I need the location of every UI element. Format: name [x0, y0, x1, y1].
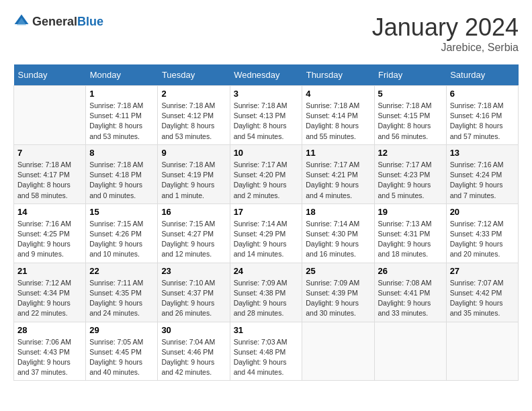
calendar-cell: 12Sunrise: 7:17 AMSunset: 4:23 PMDayligh…	[374, 144, 446, 203]
calendar-header-row: Sunday Monday Tuesday Wednesday Thursday…	[14, 64, 519, 86]
calendar-cell: 2Sunrise: 7:18 AMSunset: 4:12 PMDaylight…	[158, 86, 230, 145]
day-info: Sunrise: 7:06 AMSunset: 4:43 PMDaylight:…	[17, 337, 82, 378]
day-number: 6	[450, 89, 515, 99]
day-info: Sunrise: 7:07 AMSunset: 4:42 PMDaylight:…	[450, 278, 515, 319]
calendar-cell	[14, 86, 86, 145]
col-sunday: Sunday	[14, 64, 86, 86]
day-number: 14	[17, 207, 82, 217]
day-number: 12	[378, 148, 443, 158]
day-number: 3	[234, 89, 299, 99]
col-monday: Monday	[86, 64, 158, 86]
day-number: 22	[89, 266, 154, 276]
day-info: Sunrise: 7:11 AMSunset: 4:35 PMDaylight:…	[89, 278, 154, 319]
calendar-cell	[374, 322, 446, 381]
calendar-cell: 29Sunrise: 7:05 AMSunset: 4:45 PMDayligh…	[86, 322, 158, 381]
calendar-cell: 10Sunrise: 7:17 AMSunset: 4:20 PMDayligh…	[230, 144, 302, 203]
calendar-cell	[446, 322, 518, 381]
calendar-week-2: 7Sunrise: 7:18 AMSunset: 4:17 PMDaylight…	[14, 144, 519, 203]
day-number: 24	[234, 266, 299, 276]
day-info: Sunrise: 7:18 AMSunset: 4:16 PMDaylight:…	[450, 101, 515, 142]
calendar-table: Sunday Monday Tuesday Wednesday Thursday…	[13, 64, 519, 381]
calendar-cell	[302, 322, 374, 381]
day-info: Sunrise: 7:18 AMSunset: 4:17 PMDaylight:…	[17, 160, 82, 201]
day-info: Sunrise: 7:18 AMSunset: 4:13 PMDaylight:…	[234, 101, 299, 142]
calendar-cell: 18Sunrise: 7:14 AMSunset: 4:30 PMDayligh…	[302, 203, 374, 263]
calendar-cell: 5Sunrise: 7:18 AMSunset: 4:15 PMDaylight…	[374, 86, 446, 145]
day-info: Sunrise: 7:18 AMSunset: 4:14 PMDaylight:…	[306, 101, 370, 142]
day-number: 13	[450, 148, 515, 158]
calendar-cell: 23Sunrise: 7:10 AMSunset: 4:37 PMDayligh…	[158, 263, 230, 322]
calendar-week-4: 21Sunrise: 7:12 AMSunset: 4:34 PMDayligh…	[14, 263, 519, 322]
calendar-cell: 6Sunrise: 7:18 AMSunset: 4:16 PMDaylight…	[446, 86, 518, 145]
day-info: Sunrise: 7:18 AMSunset: 4:11 PMDaylight:…	[89, 101, 154, 142]
day-number: 23	[161, 266, 226, 276]
calendar-cell: 13Sunrise: 7:16 AMSunset: 4:24 PMDayligh…	[446, 144, 518, 203]
day-info: Sunrise: 7:12 AMSunset: 4:33 PMDaylight:…	[450, 219, 515, 260]
calendar-cell: 11Sunrise: 7:17 AMSunset: 4:21 PMDayligh…	[302, 144, 374, 203]
day-info: Sunrise: 7:18 AMSunset: 4:15 PMDaylight:…	[378, 101, 443, 142]
calendar-cell: 16Sunrise: 7:15 AMSunset: 4:27 PMDayligh…	[158, 203, 230, 263]
day-info: Sunrise: 7:14 AMSunset: 4:29 PMDaylight:…	[234, 219, 299, 260]
day-info: Sunrise: 7:03 AMSunset: 4:48 PMDaylight:…	[234, 337, 299, 378]
day-number: 28	[17, 325, 82, 335]
day-number: 15	[89, 207, 154, 217]
day-info: Sunrise: 7:15 AMSunset: 4:27 PMDaylight:…	[161, 219, 226, 260]
day-number: 18	[306, 207, 370, 217]
col-tuesday: Tuesday	[158, 64, 230, 86]
day-number: 2	[161, 89, 226, 99]
logo-icon	[13, 13, 30, 30]
calendar-cell: 22Sunrise: 7:11 AMSunset: 4:35 PMDayligh…	[86, 263, 158, 322]
day-info: Sunrise: 7:05 AMSunset: 4:45 PMDaylight:…	[89, 337, 154, 378]
title-area: January 2024 Jarebice, Serbia	[372, 13, 519, 54]
calendar-week-5: 28Sunrise: 7:06 AMSunset: 4:43 PMDayligh…	[14, 322, 519, 381]
day-info: Sunrise: 7:18 AMSunset: 4:19 PMDaylight:…	[161, 160, 226, 201]
day-info: Sunrise: 7:08 AMSunset: 4:41 PMDaylight:…	[378, 278, 443, 319]
day-number: 17	[234, 207, 299, 217]
day-info: Sunrise: 7:04 AMSunset: 4:46 PMDaylight:…	[161, 337, 226, 378]
calendar-cell: 27Sunrise: 7:07 AMSunset: 4:42 PMDayligh…	[446, 263, 518, 322]
day-info: Sunrise: 7:12 AMSunset: 4:34 PMDaylight:…	[17, 278, 82, 319]
day-info: Sunrise: 7:16 AMSunset: 4:24 PMDaylight:…	[450, 160, 515, 201]
day-info: Sunrise: 7:17 AMSunset: 4:23 PMDaylight:…	[378, 160, 443, 201]
day-number: 5	[378, 89, 443, 99]
calendar-cell: 25Sunrise: 7:09 AMSunset: 4:39 PMDayligh…	[302, 263, 374, 322]
day-number: 26	[378, 266, 443, 276]
day-number: 4	[306, 89, 370, 99]
calendar-cell: 21Sunrise: 7:12 AMSunset: 4:34 PMDayligh…	[14, 263, 86, 322]
calendar-cell: 28Sunrise: 7:06 AMSunset: 4:43 PMDayligh…	[14, 322, 86, 381]
day-info: Sunrise: 7:18 AMSunset: 4:12 PMDaylight:…	[161, 101, 226, 142]
day-info: Sunrise: 7:16 AMSunset: 4:25 PMDaylight:…	[17, 219, 82, 260]
day-number: 30	[161, 325, 226, 335]
calendar-cell: 3Sunrise: 7:18 AMSunset: 4:13 PMDaylight…	[230, 86, 302, 145]
day-number: 29	[89, 325, 154, 335]
calendar-cell: 7Sunrise: 7:18 AMSunset: 4:17 PMDaylight…	[14, 144, 86, 203]
logo: GeneralBlue	[13, 13, 103, 30]
day-number: 25	[306, 266, 370, 276]
day-number: 11	[306, 148, 370, 158]
location: Jarebice, Serbia	[372, 42, 519, 54]
calendar-week-3: 14Sunrise: 7:16 AMSunset: 4:25 PMDayligh…	[14, 203, 519, 263]
calendar-cell: 15Sunrise: 7:15 AMSunset: 4:26 PMDayligh…	[86, 203, 158, 263]
col-thursday: Thursday	[302, 64, 374, 86]
day-info: Sunrise: 7:15 AMSunset: 4:26 PMDaylight:…	[89, 219, 154, 260]
month-title: January 2024	[372, 13, 519, 42]
day-info: Sunrise: 7:13 AMSunset: 4:31 PMDaylight:…	[378, 219, 443, 260]
calendar-cell: 4Sunrise: 7:18 AMSunset: 4:14 PMDaylight…	[302, 86, 374, 145]
col-wednesday: Wednesday	[230, 64, 302, 86]
day-number: 1	[89, 89, 154, 99]
logo-general: GeneralBlue	[32, 15, 103, 29]
calendar-cell: 1Sunrise: 7:18 AMSunset: 4:11 PMDaylight…	[86, 86, 158, 145]
page-header: GeneralBlue January 2024 Jarebice, Serbi…	[13, 13, 519, 54]
day-number: 8	[89, 148, 154, 158]
calendar-cell: 19Sunrise: 7:13 AMSunset: 4:31 PMDayligh…	[374, 203, 446, 263]
day-info: Sunrise: 7:17 AMSunset: 4:21 PMDaylight:…	[306, 160, 370, 201]
day-info: Sunrise: 7:18 AMSunset: 4:18 PMDaylight:…	[89, 160, 154, 201]
calendar-cell: 9Sunrise: 7:18 AMSunset: 4:19 PMDaylight…	[158, 144, 230, 203]
calendar-cell: 14Sunrise: 7:16 AMSunset: 4:25 PMDayligh…	[14, 203, 86, 263]
calendar-cell: 20Sunrise: 7:12 AMSunset: 4:33 PMDayligh…	[446, 203, 518, 263]
calendar-cell: 26Sunrise: 7:08 AMSunset: 4:41 PMDayligh…	[374, 263, 446, 322]
day-number: 7	[17, 148, 82, 158]
calendar-cell: 17Sunrise: 7:14 AMSunset: 4:29 PMDayligh…	[230, 203, 302, 263]
day-info: Sunrise: 7:09 AMSunset: 4:38 PMDaylight:…	[234, 278, 299, 319]
day-number: 16	[161, 207, 226, 217]
